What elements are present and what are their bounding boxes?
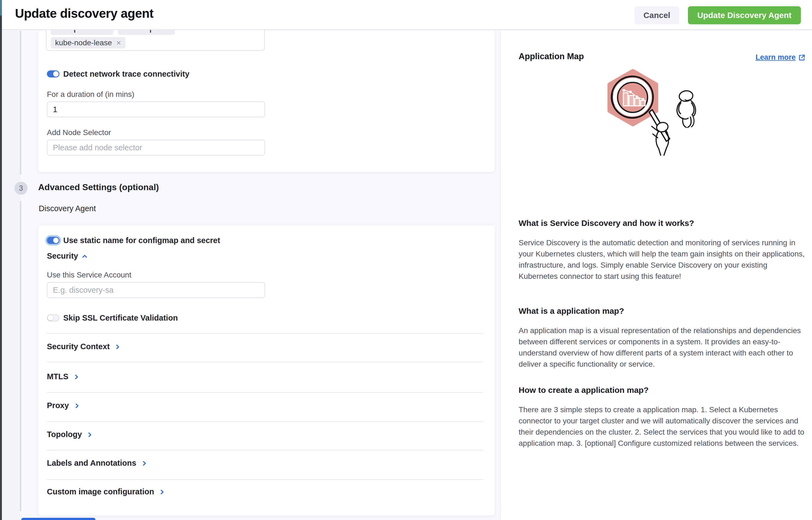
application-map-illustration xyxy=(604,69,702,159)
divider xyxy=(47,479,483,480)
namespace-tag-label: kube-node-lease xyxy=(55,38,112,47)
divider xyxy=(47,392,483,393)
chevron-right-icon xyxy=(87,432,91,437)
panel-section-body: Service Discovery is the automatic detec… xyxy=(519,237,807,282)
chevron-right-icon xyxy=(74,403,79,408)
advanced-settings-card: Use static name for configmap and secret… xyxy=(38,225,495,516)
application-map-panel: Application Map Learn more xyxy=(500,31,812,520)
duration-input[interactable] xyxy=(47,102,265,117)
security-section-label: Security xyxy=(47,252,78,261)
node-selector-input[interactable] xyxy=(47,140,265,156)
mtls-section[interactable]: MTLS xyxy=(47,372,77,381)
background-page-edge xyxy=(0,0,2,520)
chevron-right-icon xyxy=(114,344,119,349)
panel-title: Application Map xyxy=(519,52,584,61)
panel-section-heading: What is Service Discovery and how it wor… xyxy=(519,218,694,228)
security-context-section[interactable]: Security Context xyxy=(47,342,118,351)
section-label: Custom image configuration xyxy=(47,487,154,496)
panel-section-heading: How to create a application map? xyxy=(519,386,649,395)
security-section-toggle[interactable]: Security xyxy=(47,252,86,261)
skip-ssl-label: Skip SSL Certificate Validation xyxy=(63,313,178,322)
section-label: Proxy xyxy=(47,401,69,410)
network-trace-card: kube-node-lease × Detect network trace c… xyxy=(38,31,495,172)
chevron-up-icon xyxy=(82,255,87,259)
chevron-right-icon xyxy=(159,490,164,494)
chevron-right-icon xyxy=(73,374,78,379)
section-label: Security Context xyxy=(47,342,110,351)
discovery-agent-subtitle: Discovery Agent xyxy=(39,204,96,213)
namespace-tag[interactable]: kube-node-lease × xyxy=(51,37,126,49)
remove-tag-icon[interactable]: × xyxy=(116,39,121,47)
divider xyxy=(47,333,483,334)
section-label: MTLS xyxy=(47,372,69,381)
advanced-settings-title: Advanced Settings (optional) xyxy=(38,182,159,192)
detect-network-trace-toggle[interactable] xyxy=(47,70,59,77)
detect-network-trace-label: Detect network trace connectivity xyxy=(63,70,190,79)
cancel-button[interactable]: Cancel xyxy=(634,6,679,24)
page-title: Update discovery agent xyxy=(15,6,154,21)
divider xyxy=(47,450,483,450)
step-3-badge: 3 xyxy=(15,182,28,195)
learn-more-label: Learn more xyxy=(756,53,796,62)
chevron-right-icon xyxy=(141,461,146,466)
panel-section-body: There are 3 simple steps to create a app… xyxy=(519,404,807,449)
topology-section[interactable]: Topology xyxy=(47,430,91,439)
stepper-gutter xyxy=(2,31,20,520)
service-account-label: Use this Service Account xyxy=(47,271,131,279)
divider xyxy=(47,362,483,362)
proxy-section[interactable]: Proxy xyxy=(47,401,78,410)
static-name-toggle[interactable] xyxy=(47,237,59,244)
external-link-icon xyxy=(799,54,806,61)
next-button-peek[interactable] xyxy=(21,518,96,520)
service-account-input[interactable] xyxy=(47,282,265,298)
update-discovery-agent-drawer: Update discovery agent Cancel Update Dis… xyxy=(0,0,812,520)
custom-image-section[interactable]: Custom image configuration xyxy=(47,487,163,496)
skip-ssl-toggle[interactable] xyxy=(47,314,59,321)
panel-section-heading: What is a application map? xyxy=(519,306,624,316)
learn-more-link[interactable]: Learn more xyxy=(756,53,806,62)
divider xyxy=(47,421,483,422)
step-connector-line xyxy=(20,201,21,511)
section-label: Labels and Annotations xyxy=(47,459,136,468)
drawer-header: Update discovery agent Cancel Update Dis… xyxy=(2,0,812,30)
section-label: Topology xyxy=(47,430,82,439)
node-selector-label: Add Node Selector xyxy=(47,128,111,137)
static-name-toggle-label: Use static name for configmap and secret xyxy=(63,236,220,245)
background-nav-sliver xyxy=(0,0,2,16)
labels-annotations-section[interactable]: Labels and Annotations xyxy=(47,459,145,468)
step-connector-line xyxy=(20,31,21,175)
panel-section-body: An application map is a visual represent… xyxy=(519,325,807,370)
update-discovery-agent-button[interactable]: Update Discovery Agent xyxy=(688,6,801,24)
duration-label: For a duration of (in mins) xyxy=(47,90,134,99)
